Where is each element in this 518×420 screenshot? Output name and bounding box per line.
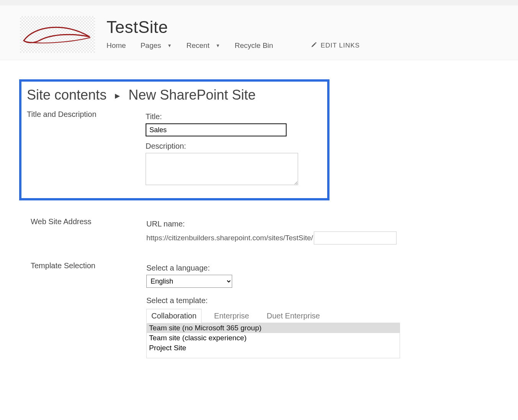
template-option[interactable]: Team site (no Microsoft 365 group) — [147, 323, 400, 333]
breadcrumb: Site contents ▸ New SharePoint Site — [27, 87, 323, 103]
title-description-section: Site contents ▸ New SharePoint Site Titl… — [19, 79, 329, 200]
edit-links-button[interactable]: EDIT LINKS — [311, 42, 360, 50]
description-textarea[interactable] — [146, 153, 298, 185]
title-input[interactable] — [146, 123, 287, 136]
breadcrumb-parent[interactable]: Site contents — [27, 87, 107, 103]
template-option[interactable]: Project Site — [147, 343, 400, 353]
tab-duet-enterprise[interactable]: Duet Enterprise — [262, 309, 325, 323]
template-listbox[interactable]: Team site (no Microsoft 365 group) Team … — [147, 323, 400, 358]
template-option[interactable]: Team site (classic experience) — [147, 333, 400, 343]
website-address-heading: Web Site Address — [31, 217, 146, 226]
edit-links-label: EDIT LINKS — [321, 42, 360, 49]
language-select[interactable]: English — [146, 275, 232, 288]
nav-home[interactable]: Home — [107, 41, 126, 50]
url-name-label: URL name: — [146, 220, 498, 228]
template-selection-heading: Template Selection — [31, 261, 146, 270]
title-label: Title: — [146, 112, 323, 121]
nav-pages-label: Pages — [141, 41, 161, 50]
nav-recycle-bin[interactable]: Recycle Bin — [235, 41, 273, 50]
template-tabs: Collaboration Enterprise Duet Enterprise — [146, 309, 498, 323]
breadcrumb-current: New SharePoint Site — [128, 87, 256, 103]
breadcrumb-separator-icon: ▸ — [115, 90, 120, 101]
url-name-input[interactable] — [314, 231, 397, 244]
top-nav: Home Pages ▼ Recent ▼ Recycle Bin — [107, 40, 360, 50]
language-label: Select a language: — [146, 264, 498, 272]
chevron-down-icon: ▼ — [216, 43, 220, 48]
description-label: Description: — [146, 142, 323, 151]
site-header: TestSite Home Pages ▼ Recent ▼ Recycle B… — [0, 5, 518, 60]
template-selection-section: Template Selection Select a language: En… — [19, 261, 498, 358]
pencil-icon — [311, 42, 317, 50]
nav-recent-label: Recent — [186, 41, 209, 50]
title-desc-heading: Title and Description — [27, 109, 146, 119]
url-prefix: https://citizenbuilders.sharepoint.com/s… — [146, 234, 313, 242]
site-title[interactable]: TestSite — [107, 18, 360, 37]
website-address-section: Web Site Address URL name: https://citiz… — [19, 217, 498, 244]
tab-collaboration[interactable]: Collaboration — [146, 309, 202, 323]
nav-pages[interactable]: Pages ▼ — [141, 41, 172, 50]
template-label: Select a template: — [146, 296, 498, 305]
chevron-down-icon: ▼ — [167, 43, 172, 48]
tab-enterprise[interactable]: Enterprise — [209, 309, 254, 323]
nav-recent[interactable]: Recent ▼ — [186, 41, 220, 50]
site-logo[interactable] — [20, 16, 95, 53]
